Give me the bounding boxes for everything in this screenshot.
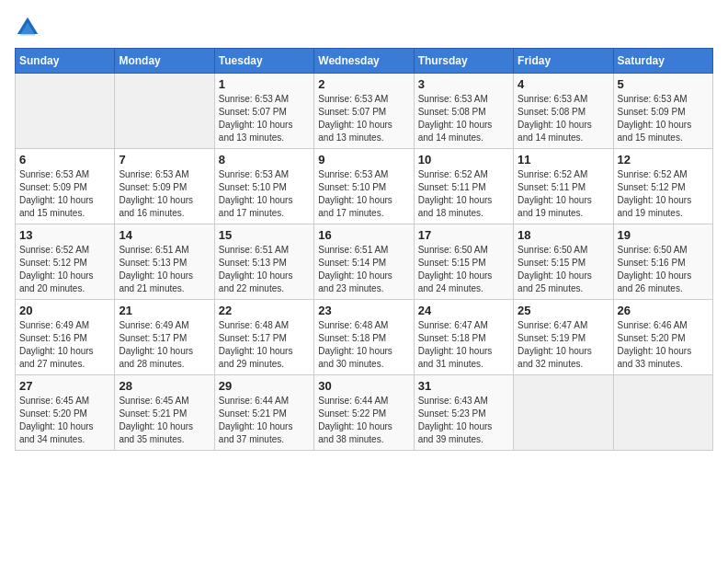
day-info: Sunrise: 6:48 AM Sunset: 5:17 PM Dayligh… bbox=[219, 319, 310, 371]
day-number: 1 bbox=[219, 77, 310, 91]
day-number: 26 bbox=[618, 304, 709, 317]
calendar-cell: 14Sunrise: 6:51 AM Sunset: 5:13 PM Dayli… bbox=[115, 224, 214, 300]
calendar-cell: 17Sunrise: 6:50 AM Sunset: 5:15 PM Dayli… bbox=[414, 224, 513, 300]
day-info: Sunrise: 6:45 AM Sunset: 5:20 PM Dayligh… bbox=[19, 395, 110, 446]
calendar-day-header: Friday bbox=[514, 49, 613, 74]
calendar-cell: 25Sunrise: 6:47 AM Sunset: 5:19 PM Dayli… bbox=[514, 300, 613, 375]
calendar-cell: 20Sunrise: 6:49 AM Sunset: 5:16 PM Dayli… bbox=[16, 300, 115, 375]
day-info: Sunrise: 6:47 AM Sunset: 5:19 PM Dayligh… bbox=[518, 319, 609, 371]
calendar-cell: 12Sunrise: 6:52 AM Sunset: 5:12 PM Dayli… bbox=[613, 149, 712, 224]
logo bbox=[15, 15, 44, 40]
calendar-cell: 27Sunrise: 6:45 AM Sunset: 5:20 PM Dayli… bbox=[16, 375, 115, 451]
day-number: 6 bbox=[19, 153, 110, 167]
day-info: Sunrise: 6:53 AM Sunset: 5:10 PM Dayligh… bbox=[318, 168, 409, 220]
calendar-cell: 24Sunrise: 6:47 AM Sunset: 5:18 PM Dayli… bbox=[414, 300, 513, 375]
day-number: 11 bbox=[518, 153, 609, 167]
calendar-cell: 30Sunrise: 6:44 AM Sunset: 5:22 PM Dayli… bbox=[314, 375, 414, 451]
calendar-cell: 10Sunrise: 6:52 AM Sunset: 5:11 PM Dayli… bbox=[414, 149, 513, 224]
calendar-cell: 29Sunrise: 6:44 AM Sunset: 5:21 PM Dayli… bbox=[214, 375, 313, 451]
day-info: Sunrise: 6:52 AM Sunset: 5:11 PM Dayligh… bbox=[418, 168, 509, 220]
day-info: Sunrise: 6:53 AM Sunset: 5:09 PM Dayligh… bbox=[618, 93, 709, 144]
day-info: Sunrise: 6:49 AM Sunset: 5:17 PM Dayligh… bbox=[119, 319, 210, 371]
calendar-day-header: Monday bbox=[115, 49, 214, 74]
day-info: Sunrise: 6:46 AM Sunset: 5:20 PM Dayligh… bbox=[618, 319, 709, 371]
calendar-cell: 6Sunrise: 6:53 AM Sunset: 5:09 PM Daylig… bbox=[16, 149, 115, 224]
calendar-table: SundayMondayTuesdayWednesdayThursdayFrid… bbox=[15, 48, 713, 451]
calendar-cell: 26Sunrise: 6:46 AM Sunset: 5:20 PM Dayli… bbox=[613, 300, 712, 375]
calendar-cell: 5Sunrise: 6:53 AM Sunset: 5:09 PM Daylig… bbox=[613, 74, 712, 149]
calendar-week-row: 1Sunrise: 6:53 AM Sunset: 5:07 PM Daylig… bbox=[16, 74, 713, 149]
day-info: Sunrise: 6:47 AM Sunset: 5:18 PM Dayligh… bbox=[418, 319, 509, 371]
calendar-cell: 22Sunrise: 6:48 AM Sunset: 5:17 PM Dayli… bbox=[214, 300, 313, 375]
calendar-week-row: 20Sunrise: 6:49 AM Sunset: 5:16 PM Dayli… bbox=[16, 300, 713, 375]
day-info: Sunrise: 6:43 AM Sunset: 5:23 PM Dayligh… bbox=[418, 395, 509, 446]
calendar-cell: 28Sunrise: 6:45 AM Sunset: 5:21 PM Dayli… bbox=[115, 375, 214, 451]
day-number: 3 bbox=[418, 77, 509, 91]
day-info: Sunrise: 6:53 AM Sunset: 5:07 PM Dayligh… bbox=[318, 93, 409, 144]
day-number: 2 bbox=[318, 77, 409, 91]
day-number: 23 bbox=[318, 304, 409, 317]
day-info: Sunrise: 6:53 AM Sunset: 5:08 PM Dayligh… bbox=[518, 93, 609, 144]
day-info: Sunrise: 6:53 AM Sunset: 5:07 PM Dayligh… bbox=[219, 93, 310, 144]
calendar-day-header: Saturday bbox=[613, 49, 712, 74]
day-info: Sunrise: 6:48 AM Sunset: 5:18 PM Dayligh… bbox=[318, 319, 409, 371]
day-number: 21 bbox=[119, 304, 210, 317]
calendar-day-header: Tuesday bbox=[214, 49, 313, 74]
calendar-cell bbox=[514, 375, 613, 451]
day-number: 29 bbox=[219, 379, 310, 393]
day-number: 30 bbox=[318, 379, 409, 393]
calendar-cell: 16Sunrise: 6:51 AM Sunset: 5:14 PM Dayli… bbox=[314, 224, 414, 300]
day-info: Sunrise: 6:45 AM Sunset: 5:21 PM Dayligh… bbox=[119, 395, 210, 446]
day-info: Sunrise: 6:52 AM Sunset: 5:11 PM Dayligh… bbox=[518, 168, 609, 220]
day-number: 28 bbox=[119, 379, 210, 393]
calendar-cell: 31Sunrise: 6:43 AM Sunset: 5:23 PM Dayli… bbox=[414, 375, 513, 451]
day-number: 20 bbox=[19, 304, 110, 317]
day-number: 8 bbox=[219, 153, 310, 167]
calendar-week-row: 6Sunrise: 6:53 AM Sunset: 5:09 PM Daylig… bbox=[16, 149, 713, 224]
day-number: 18 bbox=[518, 228, 609, 242]
day-number: 16 bbox=[318, 228, 409, 242]
page-header bbox=[15, 15, 713, 40]
day-number: 14 bbox=[119, 228, 210, 242]
day-info: Sunrise: 6:53 AM Sunset: 5:09 PM Dayligh… bbox=[19, 168, 110, 220]
day-info: Sunrise: 6:52 AM Sunset: 5:12 PM Dayligh… bbox=[618, 168, 709, 220]
day-info: Sunrise: 6:52 AM Sunset: 5:12 PM Dayligh… bbox=[19, 244, 110, 295]
calendar-day-header: Thursday bbox=[414, 49, 513, 74]
calendar-cell: 2Sunrise: 6:53 AM Sunset: 5:07 PM Daylig… bbox=[314, 74, 414, 149]
day-info: Sunrise: 6:50 AM Sunset: 5:15 PM Dayligh… bbox=[418, 244, 509, 295]
calendar-cell: 3Sunrise: 6:53 AM Sunset: 5:08 PM Daylig… bbox=[414, 74, 513, 149]
calendar-cell: 19Sunrise: 6:50 AM Sunset: 5:16 PM Dayli… bbox=[613, 224, 712, 300]
calendar-cell: 23Sunrise: 6:48 AM Sunset: 5:18 PM Dayli… bbox=[314, 300, 414, 375]
day-number: 13 bbox=[19, 228, 110, 242]
day-info: Sunrise: 6:53 AM Sunset: 5:10 PM Dayligh… bbox=[219, 168, 310, 220]
day-number: 7 bbox=[119, 153, 210, 167]
logo-icon bbox=[15, 15, 40, 40]
day-number: 4 bbox=[518, 77, 609, 91]
day-number: 24 bbox=[418, 304, 509, 317]
calendar-cell: 9Sunrise: 6:53 AM Sunset: 5:10 PM Daylig… bbox=[314, 149, 414, 224]
calendar-cell: 18Sunrise: 6:50 AM Sunset: 5:15 PM Dayli… bbox=[514, 224, 613, 300]
calendar-day-header: Sunday bbox=[16, 49, 115, 74]
calendar-cell bbox=[613, 375, 712, 451]
calendar-cell: 4Sunrise: 6:53 AM Sunset: 5:08 PM Daylig… bbox=[514, 74, 613, 149]
day-number: 17 bbox=[418, 228, 509, 242]
day-info: Sunrise: 6:53 AM Sunset: 5:09 PM Dayligh… bbox=[119, 168, 210, 220]
day-number: 9 bbox=[318, 153, 409, 167]
calendar-cell: 21Sunrise: 6:49 AM Sunset: 5:17 PM Dayli… bbox=[115, 300, 214, 375]
calendar-day-header: Wednesday bbox=[314, 49, 414, 74]
calendar-cell bbox=[16, 74, 115, 149]
day-number: 27 bbox=[19, 379, 110, 393]
day-number: 25 bbox=[518, 304, 609, 317]
calendar-cell: 8Sunrise: 6:53 AM Sunset: 5:10 PM Daylig… bbox=[214, 149, 313, 224]
calendar-cell: 7Sunrise: 6:53 AM Sunset: 5:09 PM Daylig… bbox=[115, 149, 214, 224]
calendar-cell bbox=[115, 74, 214, 149]
calendar-week-row: 13Sunrise: 6:52 AM Sunset: 5:12 PM Dayli… bbox=[16, 224, 713, 300]
day-number: 5 bbox=[618, 77, 709, 91]
day-number: 12 bbox=[618, 153, 709, 167]
day-number: 15 bbox=[219, 228, 310, 242]
calendar-cell: 11Sunrise: 6:52 AM Sunset: 5:11 PM Dayli… bbox=[514, 149, 613, 224]
day-info: Sunrise: 6:53 AM Sunset: 5:08 PM Dayligh… bbox=[418, 93, 509, 144]
calendar-cell: 15Sunrise: 6:51 AM Sunset: 5:13 PM Dayli… bbox=[214, 224, 313, 300]
day-number: 19 bbox=[618, 228, 709, 242]
day-info: Sunrise: 6:50 AM Sunset: 5:15 PM Dayligh… bbox=[518, 244, 609, 295]
